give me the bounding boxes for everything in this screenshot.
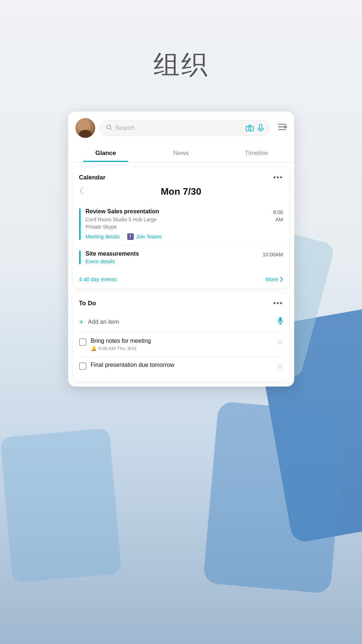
todo-item-title: Bring notes for meeting [91,338,272,344]
avatar[interactable] [75,118,95,138]
bell-icon: 🔔 [91,346,97,351]
add-item-left: + Add an item [79,317,119,327]
todo-more-button[interactable]: ••• [273,299,283,307]
join-teams-link[interactable]: T Join Teams [127,233,162,240]
prev-date-button[interactable] [79,187,84,197]
todo-checkbox-2[interactable] [79,362,86,370]
teams-icon: T [127,233,134,240]
star-icon-1[interactable]: ☆ [277,338,283,346]
event-content: Review Sales presentation Conf Room Stud… [86,208,268,240]
todo-card: To Do ••• + Add an item Bring note [73,293,289,381]
event-title: Review Sales presentation [86,208,268,215]
search-bar[interactable]: Search [100,120,270,136]
todo-item-due: 🔔 9:00 AM Thu, 8/31 [91,346,272,351]
event-indicator [79,208,81,240]
page-title: 组织 [153,47,209,82]
camera-icon[interactable] [246,125,254,131]
event-location: Conf Room Studio 5 Hub Large Private Sky… [86,216,268,230]
todo-item-title: Final presentation due tomorrow [91,362,272,368]
header: Search [68,112,294,144]
event-title: Site measurements [86,251,258,257]
add-item-label: Add an item [88,319,119,325]
todo-checkbox-1[interactable] [79,338,86,346]
main-card: Search [68,112,294,387]
svg-point-13 [284,126,287,128]
svg-point-7 [248,127,251,130]
tab-timeline[interactable]: Timeline [219,144,294,162]
star-icon-2[interactable]: ☆ [277,362,283,371]
calendar-title: Calendar [79,174,106,181]
calendar-more-button[interactable]: ••• [273,173,283,182]
event-item: Site measurements Event details 10:00AM [79,245,283,269]
svg-rect-2 [0,428,122,583]
microphone-icon[interactable] [277,317,283,327]
event-indicator [79,251,81,264]
event-item: Review Sales presentation Conf Room Stud… [79,203,283,245]
more-events-link[interactable]: More [265,276,283,282]
meeting-details-link[interactable]: Meeting details [86,234,120,240]
search-action-icons [246,124,264,132]
todo-card-header: To Do ••• [79,299,283,307]
todo-item: Bring notes for meeting 🔔 9:00 AM Thu, 8… [79,333,283,357]
search-icon [106,124,112,132]
todo-item-content: Bring notes for meeting 🔔 9:00 AM Thu, 8… [91,338,272,351]
tab-glance[interactable]: Glance [68,144,144,162]
voice-search-icon[interactable] [257,124,264,132]
svg-rect-14 [279,317,281,322]
todo-item-content: Final presentation due tomorrow [91,362,272,370]
event-content: Site measurements Event details [86,251,258,264]
todo-title: To Do [79,300,96,307]
search-placeholder: Search [115,124,243,132]
settings-icon[interactable] [277,123,287,133]
all-day-events-link[interactable]: 4 all day events [79,276,117,282]
tabs: Glance News Timeline [68,144,294,162]
svg-rect-1 [203,401,346,594]
calendar-card-header: Calendar ••• [79,173,283,182]
event-details-link[interactable]: Event details [86,259,258,264]
svg-point-4 [107,125,111,129]
tab-news[interactable]: News [143,144,219,162]
add-item-row[interactable]: + Add an item [79,312,283,333]
svg-line-5 [110,128,112,130]
svg-rect-8 [259,124,262,129]
calendar-card: Calendar ••• Mon 7/30 Review Sales prese… [73,167,289,288]
plus-icon: + [79,317,84,327]
event-time: 8:00AM [273,208,283,223]
event-time: 10:00AM [262,251,283,259]
todo-item: Final presentation due tomorrow ☆ [79,357,283,376]
date-navigation: Mon 7/30 [79,186,283,197]
event-links: Meeting details T Join Teams [86,233,268,240]
all-day-footer: 4 all day events More [79,271,283,282]
current-date: Mon 7/30 [161,186,201,197]
